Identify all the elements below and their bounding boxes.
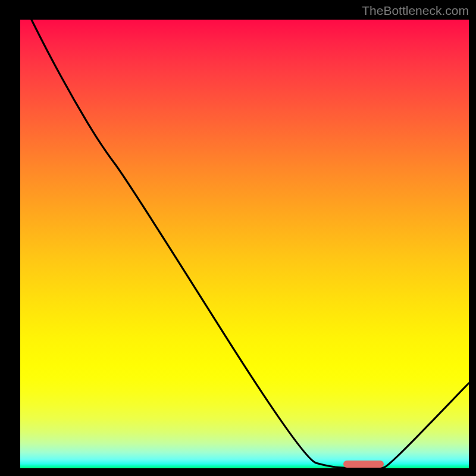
chart-container: TheBottleneck.com	[0, 0, 476, 476]
curve-line	[20, 20, 469, 468]
bottleneck-curve	[20, 20, 469, 468]
plot-area	[20, 20, 469, 468]
optimal-range-marker	[343, 461, 384, 468]
watermark-text: TheBottleneck.com	[362, 4, 469, 18]
